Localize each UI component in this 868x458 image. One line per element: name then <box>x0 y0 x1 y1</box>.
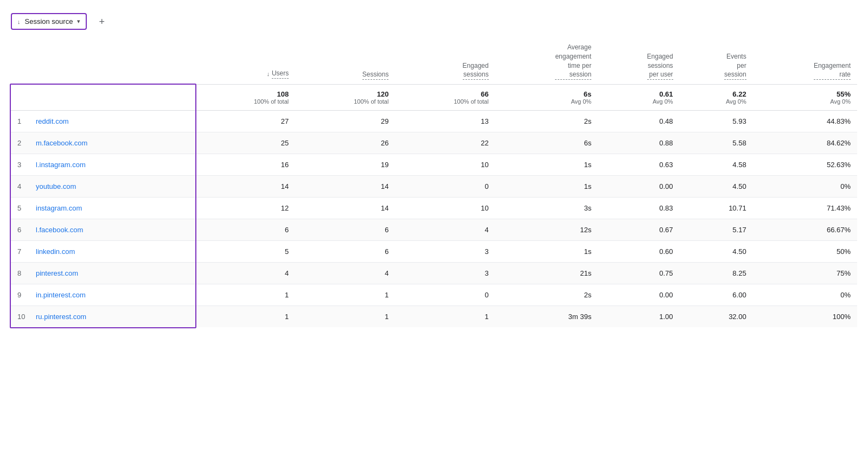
row-number: 3 <box>17 161 30 169</box>
row-dimension-cell: 6 l.facebook.com <box>11 219 195 241</box>
table-row: 5 instagram.com 12 14 10 3s 0.83 10.71 7… <box>11 198 857 219</box>
row-events-per-session: 5.17 <box>680 219 753 241</box>
table-row: 7 linkedin.com 5 6 3 1s 0.60 4.50 50% <box>11 241 857 263</box>
table-row: 8 pinterest.com 4 4 3 21s 0.75 8.25 75% <box>11 263 857 284</box>
totals-users-sub: 100% of total <box>202 98 289 105</box>
source-name-link[interactable]: instagram.com <box>36 204 82 212</box>
source-name-link[interactable]: youtube.com <box>36 182 76 190</box>
row-sessions: 14 <box>295 198 395 219</box>
table-row: 4 youtube.com 14 14 0 1s 0.00 4.50 0% <box>11 176 857 198</box>
row-users: 27 <box>195 111 295 132</box>
row-dimension-cell: 2 m.facebook.com <box>11 132 195 154</box>
row-avg-engagement: 2s <box>495 111 598 132</box>
totals-sessions-sub: 100% of total <box>302 98 388 105</box>
totals-events-per-session: 6.22 Avg 0% <box>680 85 753 111</box>
col-events-per-session-label[interactable]: Eventspersession <box>724 52 746 80</box>
source-name-link[interactable]: pinterest.com <box>36 269 78 277</box>
row-dimension-cell: 10 ru.pinterest.com <box>11 306 195 328</box>
source-name-link[interactable]: in.pinterest.com <box>36 291 86 299</box>
row-dimension-cell: 8 pinterest.com <box>11 263 195 284</box>
source-name-link[interactable]: l.facebook.com <box>36 226 83 234</box>
row-users: 25 <box>195 132 295 154</box>
source-name-link[interactable]: reddit.com <box>36 117 69 125</box>
col-engaged-per-user-label[interactable]: Engagedsessionsper user <box>647 52 673 80</box>
row-number: 10 <box>17 313 30 321</box>
totals-epu-main: 0.61 <box>604 90 673 98</box>
table-row: 1 reddit.com 27 29 13 2s 0.48 5.93 44.83… <box>11 111 857 132</box>
table-row: 10 ru.pinterest.com 1 1 1 3m 39s 1.00 32… <box>11 306 857 328</box>
row-engagement-rate: 71.43% <box>753 198 857 219</box>
row-engagement-rate: 66.67% <box>753 219 857 241</box>
row-engaged-sessions: 1 <box>395 306 495 328</box>
row-number: 5 <box>17 204 30 212</box>
totals-sessions: 120 100% of total <box>295 85 395 111</box>
totals-dimension-cell <box>11 85 195 111</box>
row-sessions: 4 <box>295 263 395 284</box>
source-name-link[interactable]: m.facebook.com <box>36 139 87 147</box>
totals-engaged-sessions-sub: 100% of total <box>401 98 488 105</box>
source-name-link[interactable]: l.instagram.com <box>36 161 86 169</box>
row-number: 1 <box>17 117 30 125</box>
row-engagement-rate: 52.63% <box>753 154 857 176</box>
totals-avg-sub: Avg 0% <box>502 98 591 105</box>
row-events-per-session: 4.50 <box>680 176 753 198</box>
col-sessions-label[interactable]: Sessions <box>362 70 389 80</box>
col-engagement-rate-label[interactable]: Engagementrate <box>814 61 851 80</box>
row-number: 2 <box>17 139 30 147</box>
row-events-per-session: 8.25 <box>680 263 753 284</box>
table-row: 9 in.pinterest.com 1 1 0 2s 0.00 6.00 0% <box>11 284 857 306</box>
row-events-per-session: 5.93 <box>680 111 753 132</box>
row-engaged-sessions: 4 <box>395 219 495 241</box>
col-users-label[interactable]: Users <box>272 69 289 79</box>
totals-row: 108 100% of total 120 100% of total 66 1… <box>11 85 857 111</box>
row-avg-engagement: 1s <box>495 154 598 176</box>
chevron-down-icon: ▾ <box>77 18 80 25</box>
col-header-sessions: Sessions <box>295 39 395 85</box>
row-sessions: 6 <box>295 219 395 241</box>
dimension-filter-button[interactable]: ↓ Session source ▾ <box>11 13 87 30</box>
main-container: ↓ Session source ▾ + ↓ Users <box>0 0 868 458</box>
col-engaged-sessions-label[interactable]: Engagedsessions <box>463 61 489 80</box>
totals-er-sub: Avg 0% <box>760 98 851 105</box>
data-table-wrapper: ↓ Users Sessions Engagedsessions <box>11 39 857 327</box>
dimension-btn-label: Session source <box>25 17 73 26</box>
row-events-per-session: 10.71 <box>680 198 753 219</box>
row-engaged-per-user: 0.63 <box>598 154 679 176</box>
row-engaged-per-user: 0.48 <box>598 111 679 132</box>
row-engaged-sessions: 3 <box>395 263 495 284</box>
totals-sessions-main: 120 <box>302 90 388 98</box>
row-dimension-cell: 1 reddit.com <box>11 111 195 132</box>
row-engaged-sessions: 3 <box>395 241 495 263</box>
row-engagement-rate: 0% <box>753 284 857 306</box>
totals-avg-engagement: 6s Avg 0% <box>495 85 598 111</box>
row-users: 5 <box>195 241 295 263</box>
row-events-per-session: 6.00 <box>680 284 753 306</box>
row-engagement-rate: 75% <box>753 263 857 284</box>
col-header-dimension <box>11 39 195 85</box>
row-dimension-cell: 9 in.pinterest.com <box>11 284 195 306</box>
totals-users: 108 100% of total <box>195 85 295 111</box>
row-number: 4 <box>17 182 30 190</box>
source-name-link[interactable]: ru.pinterest.com <box>36 313 86 321</box>
row-dimension-cell: 5 instagram.com <box>11 198 195 219</box>
row-engagement-rate: 44.83% <box>753 111 857 132</box>
row-sessions: 26 <box>295 132 395 154</box>
row-events-per-session: 5.58 <box>680 132 753 154</box>
sort-arrow-icon: ↓ <box>266 70 270 78</box>
row-sessions: 19 <box>295 154 395 176</box>
row-users: 12 <box>195 198 295 219</box>
row-engaged-per-user: 0.88 <box>598 132 679 154</box>
col-header-engaged-per-user: Engagedsessionsper user <box>598 39 679 85</box>
totals-eps-main: 6.22 <box>686 90 746 98</box>
row-engaged-per-user: 0.83 <box>598 198 679 219</box>
analytics-table: ↓ Users Sessions Engagedsessions <box>11 39 857 327</box>
row-engaged-sessions: 0 <box>395 284 495 306</box>
table-row: 6 l.facebook.com 6 6 4 12s 0.67 5.17 66.… <box>11 219 857 241</box>
col-avg-engagement-label[interactable]: Averageengagementtime persession <box>555 43 591 80</box>
row-users: 14 <box>195 176 295 198</box>
row-dimension-cell: 3 l.instagram.com <box>11 154 195 176</box>
add-dimension-button[interactable]: + <box>99 17 105 27</box>
row-engaged-per-user: 0.00 <box>598 176 679 198</box>
totals-engaged-per-user: 0.61 Avg 0% <box>598 85 679 111</box>
source-name-link[interactable]: linkedin.com <box>36 247 75 256</box>
